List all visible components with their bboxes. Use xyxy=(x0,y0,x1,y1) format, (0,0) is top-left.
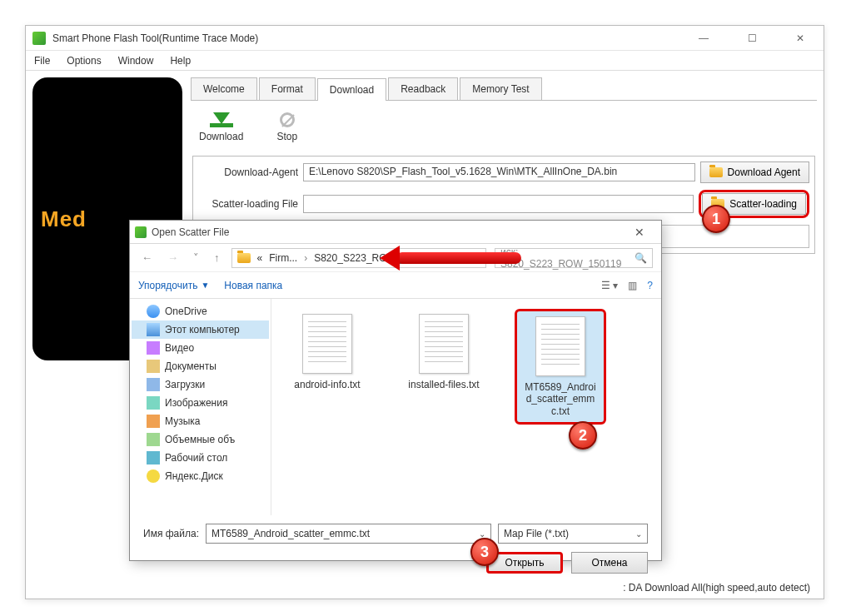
forward-button[interactable]: → xyxy=(164,251,182,264)
tab-readback[interactable]: Readback xyxy=(388,77,458,100)
up-button[interactable]: ↑ xyxy=(211,251,223,264)
filename-label: Имя файла: xyxy=(143,528,199,539)
menu-window[interactable]: Window xyxy=(118,55,154,67)
titlebar: Smart Phone Flash Tool(Runtime Trace Mod… xyxy=(26,26,824,51)
nav-item[interactable]: Яндекс.Диск xyxy=(132,467,269,485)
download-button[interactable]: Download xyxy=(199,112,243,142)
phone-brand-text: Med xyxy=(41,206,87,232)
navigation-pane: OneDriveЭтот компьютерВидеоДокументыЗагр… xyxy=(130,299,271,515)
menubar: File Options Window Help xyxy=(26,51,824,71)
stop-icon xyxy=(280,112,295,127)
download-label: Download xyxy=(199,131,243,142)
tab-memory-test[interactable]: Memory Test xyxy=(460,77,541,100)
stop-label: Stop xyxy=(276,131,297,142)
vid-icon xyxy=(147,341,160,355)
nav-item[interactable]: OneDrive xyxy=(132,302,269,320)
dialog-close-button[interactable]: ✕ xyxy=(623,226,656,239)
tab-strip: Welcome Format Download Readback Memory … xyxy=(191,77,817,101)
filename-input[interactable]: MT6589_Android_scatter_emmc.txt⌄ xyxy=(206,524,491,544)
file-item[interactable]: android-info.txt xyxy=(281,309,373,395)
menu-options[interactable]: Options xyxy=(67,55,101,67)
cancel-button[interactable]: Отмена xyxy=(571,552,648,574)
menu-help[interactable]: Help xyxy=(170,55,191,67)
tab-download[interactable]: Download xyxy=(317,78,386,101)
status-bar: : DA Download All(high speed,auto detect… xyxy=(623,582,810,594)
download-arrow-icon xyxy=(213,112,230,124)
text-file-icon xyxy=(419,314,469,374)
folder-icon xyxy=(237,253,251,263)
minimize-button[interactable]: — xyxy=(687,32,720,44)
pc-icon xyxy=(147,323,160,336)
nav-item[interactable]: Изображения xyxy=(132,394,269,412)
new-folder-button[interactable]: Новая папка xyxy=(224,280,282,291)
maximize-button[interactable]: ☐ xyxy=(735,32,769,44)
menu-file[interactable]: File xyxy=(34,55,50,67)
mus-icon xyxy=(147,415,160,428)
annotation-arrow xyxy=(396,252,521,264)
dialog-title: Open Scatter File xyxy=(152,226,623,238)
ydisk-icon xyxy=(147,469,160,483)
nav-item[interactable]: Загрузки xyxy=(132,375,269,394)
scatter-input[interactable] xyxy=(303,195,694,213)
file-list: android-info.txt installed-files.txt MT6… xyxy=(271,299,661,515)
view-mode-button[interactable]: ☰ ▾ xyxy=(601,280,618,291)
nav-item[interactable]: Видео xyxy=(132,339,269,357)
stop-button[interactable]: Stop xyxy=(276,112,297,142)
recent-button[interactable]: ˅ xyxy=(190,251,202,264)
vol-icon xyxy=(147,433,160,446)
filetype-filter[interactable]: Map File (*.txt)⌄ xyxy=(498,524,648,544)
window-title: Smart Phone Flash Tool(Runtime Trace Mod… xyxy=(52,32,687,44)
folder-icon xyxy=(709,167,723,177)
open-file-dialog: Open Scatter File ✕ ← → ˅ ↑ « Firm... › … xyxy=(129,220,662,561)
nav-item[interactable]: Рабочий стол xyxy=(132,449,269,467)
img-icon xyxy=(147,396,160,410)
preview-pane-button[interactable]: ▥ xyxy=(628,280,637,291)
close-button[interactable]: ✕ xyxy=(784,32,817,44)
organize-button[interactable]: Упорядочить▼ xyxy=(138,280,209,291)
desk-icon xyxy=(147,451,160,464)
nav-item[interactable]: Музыка xyxy=(132,412,269,430)
tab-welcome[interactable]: Welcome xyxy=(191,77,257,100)
callout-3: 3 xyxy=(470,538,499,566)
help-button[interactable]: ? xyxy=(647,280,653,291)
dialog-icon xyxy=(135,226,147,238)
scatter-label: Scatter-loading File xyxy=(198,198,298,210)
file-item-selected[interactable]: MT6589_Android_scatter_emmc.txt xyxy=(515,309,606,425)
file-item[interactable]: installed-files.txt xyxy=(398,309,490,395)
callout-2: 2 xyxy=(569,421,597,450)
search-icon: 🔍 xyxy=(635,252,647,264)
text-file-icon xyxy=(535,316,585,376)
cloud-icon xyxy=(147,305,160,318)
download-agent-button[interactable]: Download Agent xyxy=(700,161,809,183)
da-input[interactable]: E:\Lenovo S820\SP_Flash_Tool_v5.1628_Win… xyxy=(303,163,695,181)
text-file-icon xyxy=(302,314,352,374)
back-button[interactable]: ← xyxy=(138,251,156,264)
app-icon xyxy=(32,32,46,45)
da-label: Download-Agent xyxy=(198,166,298,178)
tab-format[interactable]: Format xyxy=(259,77,316,100)
dl2-icon xyxy=(147,378,160,391)
nav-item[interactable]: Объемные объ xyxy=(132,430,269,449)
callout-1: 1 xyxy=(702,205,730,233)
nav-item[interactable]: Документы xyxy=(132,357,269,375)
doc-icon xyxy=(147,360,160,373)
nav-item[interactable]: Этот компьютер xyxy=(132,320,269,339)
